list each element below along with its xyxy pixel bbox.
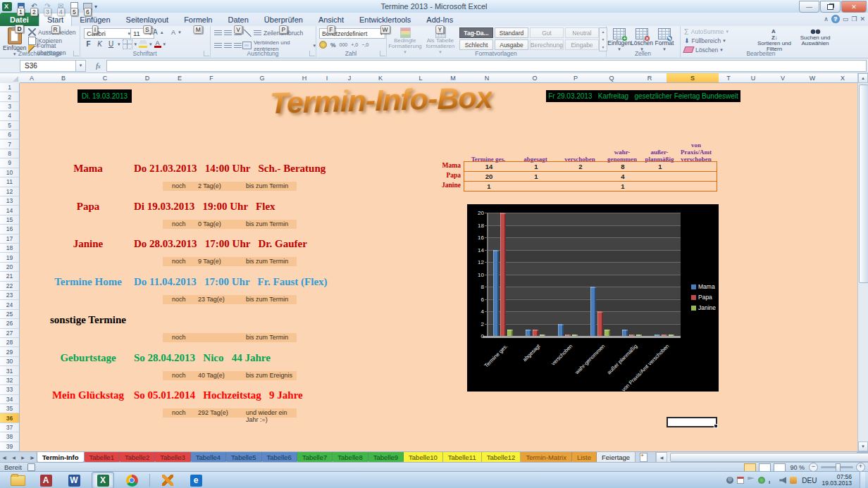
taskbar-utility-button[interactable]: [157, 473, 178, 488]
column-header-m[interactable]: M: [441, 73, 466, 83]
first-sheet-icon[interactable]: ◀|: [0, 452, 9, 463]
row-header-33[interactable]: 33: [0, 385, 20, 394]
chevron-down-icon[interactable]: ▾: [118, 42, 120, 47]
column-header-d[interactable]: D: [127, 73, 168, 83]
row-header-38[interactable]: 38: [0, 432, 20, 442]
row-header-34[interactable]: 34: [0, 395, 20, 404]
align-right-icon[interactable]: [234, 43, 242, 49]
dialog-launcher-icon[interactable]: [309, 51, 315, 56]
sort-filter-button[interactable]: AZ↓ Sortieren und Filtern: [756, 28, 793, 52]
sheet-tab-tabelle10[interactable]: Tabelle10: [404, 452, 443, 463]
column-header-c[interactable]: C: [83, 73, 128, 83]
bold-button[interactable]: F: [84, 40, 93, 48]
insert-cells-button[interactable]: + Einfügen▾: [609, 28, 630, 52]
font-name-select[interactable]: Calibri▾: [84, 28, 133, 39]
row-header-24[interactable]: 24: [0, 300, 20, 309]
mail-button[interactable]: ✉4: [55, 1, 67, 12]
sheet-tab-liste[interactable]: Liste: [572, 452, 597, 463]
network-icon[interactable]: [769, 477, 776, 484]
ribbon-tab-ansicht[interactable]: AnsichtF: [311, 13, 352, 26]
close-button[interactable]: ✕: [841, 1, 867, 13]
name-box-dropdown-icon[interactable]: ▾: [76, 60, 86, 72]
sheet-tab-tabelle11[interactable]: Tabelle11: [443, 452, 482, 463]
row-header-22[interactable]: 22: [0, 282, 20, 291]
column-header-j[interactable]: J: [338, 73, 361, 83]
row-header-39[interactable]: 39: [0, 442, 20, 451]
row-header-4[interactable]: 4: [0, 111, 20, 120]
row-header-26[interactable]: 26: [0, 319, 20, 328]
column-header-b[interactable]: B: [44, 73, 84, 83]
dialog-launcher-icon[interactable]: [73, 51, 79, 56]
column-header-i[interactable]: I: [316, 73, 339, 83]
sheet-tab-tabelle7[interactable]: Tabelle7: [297, 452, 333, 463]
row-header-35[interactable]: 35: [0, 404, 20, 413]
italic-button[interactable]: K: [95, 40, 104, 48]
sheet-tab-feiertage[interactable]: Feiertage: [597, 452, 636, 463]
collapse-ribbon-icon[interactable]: ∧: [824, 15, 829, 23]
formula-input[interactable]: [106, 60, 867, 72]
redo-button[interactable]: ↷3: [42, 1, 54, 12]
column-header-x[interactable]: X: [827, 73, 859, 83]
merge-center-button[interactable]: Verbinden und zentrieren▾: [242, 42, 316, 49]
row-header-18[interactable]: 18: [0, 244, 20, 253]
ribbon-tab-berpr-fen[interactable]: ÜberprüfenP: [256, 13, 311, 26]
updates-icon[interactable]: [790, 477, 797, 484]
normal-view-button[interactable]: [744, 463, 756, 472]
sheet-tab-tabelle4[interactable]: Tabelle4: [191, 452, 226, 463]
find-select-button[interactable]: Suchen und Auswählen: [795, 28, 835, 46]
orientation-icon[interactable]: [244, 30, 252, 37]
style-standard[interactable]: Standard: [495, 27, 528, 38]
scroll-up-icon[interactable]: ▲: [858, 73, 868, 83]
sheet-tab-tabelle8[interactable]: Tabelle8: [333, 452, 368, 463]
column-header-t[interactable]: T: [719, 73, 739, 83]
help-icon[interactable]: ?: [831, 15, 840, 23]
sheet-tab-tabelle9[interactable]: Tabelle9: [368, 452, 404, 463]
font-color-button[interactable]: A: [154, 40, 161, 48]
format-cells-button[interactable]: ✎ Format▾: [654, 28, 675, 52]
calendar-icon[interactable]: [737, 477, 744, 484]
flag-icon[interactable]: [748, 477, 755, 484]
column-header-f[interactable]: F: [192, 73, 232, 83]
last-sheet-icon[interactable]: |▶: [27, 452, 37, 463]
percent-style-button[interactable]: %: [330, 42, 336, 49]
style-berechnung[interactable]: Berechnung: [530, 39, 564, 50]
appointments-chart[interactable]: 02468101214161820Termine ges.abgesagtver…: [467, 204, 719, 392]
column-header-q[interactable]: Q: [590, 73, 633, 83]
row-header-15[interactable]: 15: [0, 215, 20, 225]
column-header-e[interactable]: E: [168, 73, 192, 83]
decrease-decimal-button[interactable]: −,0: [361, 42, 368, 47]
column-header-r[interactable]: R: [633, 73, 667, 83]
fill-color-button[interactable]: [139, 40, 147, 48]
row-header-23[interactable]: 23: [0, 291, 20, 300]
comma-style-button[interactable]: 000: [340, 42, 348, 47]
taskbar-word-button[interactable]: W: [63, 473, 85, 488]
sheet-tab-tabelle2[interactable]: Tabelle2: [120, 452, 155, 463]
row-header-16[interactable]: 16: [0, 225, 20, 234]
page-layout-view-button[interactable]: [759, 463, 771, 472]
fill-button[interactable]: ⬇ Füllbereich▾: [684, 37, 726, 44]
increase-decimal-button[interactable]: +,0: [351, 42, 358, 47]
row-header-30[interactable]: 30: [0, 357, 20, 366]
page-break-view-button[interactable]: [774, 463, 786, 472]
style-eingabe[interactable]: Eingabe: [565, 39, 599, 50]
column-header-u[interactable]: U: [738, 73, 769, 83]
row-header-1[interactable]: 1: [0, 83, 20, 92]
row-header-6[interactable]: 6: [0, 130, 20, 139]
print-preview-button[interactable]: 5: [68, 1, 80, 12]
underline-button[interactable]: U: [106, 40, 116, 48]
grow-font-button[interactable]: A▲: [153, 28, 164, 36]
column-header-v[interactable]: V: [768, 73, 798, 83]
save-button[interactable]: 1: [15, 1, 27, 12]
minimize-button[interactable]: —: [799, 1, 819, 13]
row-header-28[interactable]: 28: [0, 338, 20, 347]
autosum-button[interactable]: Σ AutoSumme▾: [684, 27, 728, 35]
sheet-tab-tabelle3[interactable]: Tabelle3: [155, 452, 190, 463]
sheet-tab-tabelle1[interactable]: Tabelle1: [85, 452, 120, 463]
doc-minimize-icon[interactable]: ▭: [843, 15, 849, 23]
row-header-9[interactable]: 9: [0, 158, 20, 168]
clock[interactable]: 07:56 19.03.2013: [822, 474, 852, 487]
scroll-down-icon[interactable]: ▼: [858, 442, 868, 451]
ribbon-tab-seitenlayout[interactable]: SeitenlayoutS: [118, 13, 177, 26]
sheet-tab-termin-matrix[interactable]: Termin-Matrix: [521, 452, 572, 463]
fill-handle[interactable]: [714, 424, 718, 428]
